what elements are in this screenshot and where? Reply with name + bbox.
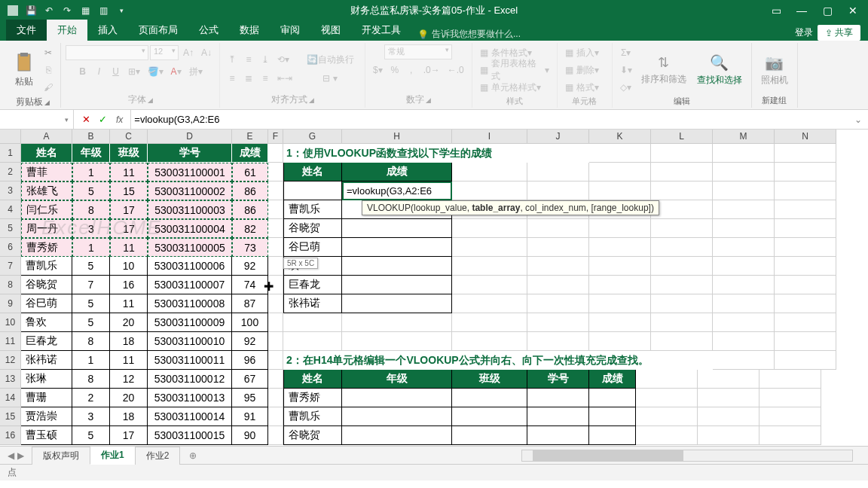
cell[interactable] — [713, 313, 775, 332]
close-icon[interactable]: ✕ — [842, 5, 863, 17]
login-link[interactable]: 登录 — [795, 26, 813, 39]
cell[interactable] — [283, 332, 342, 351]
table-cell[interactable]: 95 — [232, 389, 268, 407]
cell[interactable] — [527, 257, 589, 276]
cell[interactable] — [527, 313, 589, 332]
table-cell[interactable]: 73 — [232, 238, 268, 257]
col-header[interactable]: D — [148, 130, 232, 144]
table-cell[interactable]: 巨春龙 — [283, 276, 342, 294]
table-header[interactable]: 姓名 — [283, 163, 342, 181]
col-header[interactable]: I — [452, 130, 527, 144]
cell[interactable] — [268, 407, 283, 426]
share-button[interactable]: ⇪共享 — [818, 25, 860, 41]
table-cell[interactable]: 11 — [110, 294, 148, 313]
align-mid-icon[interactable]: ≡ — [241, 51, 256, 68]
table-cell[interactable]: 3 — [72, 407, 110, 426]
table-cell[interactable] — [452, 407, 527, 426]
add-sheet-icon[interactable]: ⊕ — [184, 450, 202, 461]
underline-icon[interactable]: U — [108, 63, 124, 80]
table-cell[interactable] — [342, 257, 452, 276]
cell[interactable] — [713, 351, 775, 370]
table-cell[interactable]: 87 — [232, 294, 268, 313]
cell[interactable] — [268, 370, 283, 389]
cell[interactable] — [713, 144, 775, 163]
cell[interactable] — [651, 219, 713, 238]
row-header[interactable]: 6 — [0, 238, 21, 257]
col-header[interactable]: B — [72, 130, 110, 144]
cell[interactable] — [589, 219, 651, 238]
col-header[interactable]: H — [342, 130, 452, 144]
table-cell[interactable]: 86 — [232, 181, 268, 200]
table-cell[interactable]: 1 — [72, 351, 110, 370]
col-header[interactable]: C — [110, 130, 148, 144]
cell[interactable] — [527, 181, 589, 200]
table-cell[interactable]: 谷巳萌 — [21, 294, 72, 313]
border-icon[interactable]: ⊞▾ — [125, 63, 143, 80]
cell[interactable] — [268, 144, 283, 163]
table-cell[interactable]: 530031100010 — [148, 332, 232, 351]
row-header[interactable]: 15 — [0, 407, 21, 426]
tab-view[interactable]: 视图 — [310, 20, 351, 41]
cell[interactable] — [775, 294, 836, 313]
cell[interactable] — [452, 181, 527, 200]
accept-formula-icon[interactable]: ✓ — [95, 114, 110, 125]
sheet-tab-copyright[interactable]: 版权声明 — [32, 447, 90, 465]
table-cell[interactable]: 61 — [232, 163, 268, 181]
save-icon[interactable]: 💾 — [23, 2, 39, 19]
table-cell[interactable] — [342, 238, 452, 257]
table-cell[interactable]: 鲁欢 — [21, 313, 72, 332]
font-color-icon[interactable]: A▾ — [168, 63, 185, 80]
table-cell[interactable]: 530031100014 — [148, 407, 232, 426]
table-cell[interactable]: 18 — [110, 332, 148, 351]
table-cell[interactable] — [527, 389, 589, 407]
table-cell[interactable]: 100 — [232, 313, 268, 332]
cell[interactable] — [651, 200, 713, 219]
table-cell[interactable]: 5 — [72, 426, 110, 445]
cell[interactable] — [651, 257, 713, 276]
col-header[interactable]: L — [651, 130, 713, 144]
cell[interactable] — [268, 276, 283, 294]
orientation-icon[interactable]: ⟲▾ — [274, 51, 292, 68]
cell[interactable] — [589, 181, 651, 200]
table-header[interactable]: 班级 — [452, 370, 527, 389]
indent-icon[interactable]: ⇤⇥ — [274, 70, 295, 87]
cell[interactable] — [589, 276, 651, 294]
cell[interactable] — [775, 219, 836, 238]
table-cell[interactable]: 20 — [110, 313, 148, 332]
minimize-icon[interactable]: ― — [791, 5, 812, 17]
cell[interactable] — [589, 313, 651, 332]
col-header[interactable]: N — [775, 130, 836, 144]
table-cell[interactable] — [342, 294, 452, 313]
bold-icon[interactable]: B — [75, 63, 90, 80]
tab-review[interactable]: 审阅 — [270, 20, 310, 41]
cell[interactable] — [452, 163, 527, 181]
cell[interactable] — [775, 276, 836, 294]
table-cell[interactable]: 周一丹 — [21, 219, 72, 238]
table-cell[interactable]: 92 — [232, 257, 268, 276]
table-cell[interactable]: 曹珊 — [21, 389, 72, 407]
cell[interactable] — [283, 313, 342, 332]
cancel-formula-icon[interactable]: ✕ — [78, 114, 93, 125]
table-cell[interactable]: 12 — [110, 370, 148, 389]
table-cell[interactable]: 67 — [232, 370, 268, 389]
row-header[interactable]: 8 — [0, 276, 21, 294]
row-header[interactable]: 2 — [0, 163, 21, 181]
table-header[interactable]: 成绩 — [589, 370, 636, 389]
cell[interactable] — [452, 276, 527, 294]
cell[interactable] — [636, 407, 698, 426]
cell[interactable] — [268, 238, 283, 257]
cell[interactable] — [452, 294, 527, 313]
cell[interactable] — [760, 389, 821, 407]
cell[interactable] — [713, 181, 775, 200]
table-cell[interactable]: 谷晓贺 — [21, 276, 72, 294]
cell[interactable] — [698, 389, 760, 407]
sheet-tab-work1[interactable]: 作业1 — [90, 446, 136, 465]
table-cell[interactable]: 530031100002 — [148, 181, 232, 200]
size-combo[interactable]: 12 — [150, 45, 179, 60]
spreadsheet-area[interactable]: ABCDEFGHIJKLMN1姓名年级班级学号成绩1：使用VLOOKUP函数查找… — [0, 130, 868, 446]
cell[interactable] — [589, 163, 651, 181]
sheet-nav-next-icon[interactable]: ▶ — [17, 450, 24, 461]
table-cell[interactable]: 530031100005 — [148, 238, 232, 257]
cell[interactable] — [589, 257, 651, 276]
tab-developer[interactable]: 开发工具 — [351, 20, 411, 41]
